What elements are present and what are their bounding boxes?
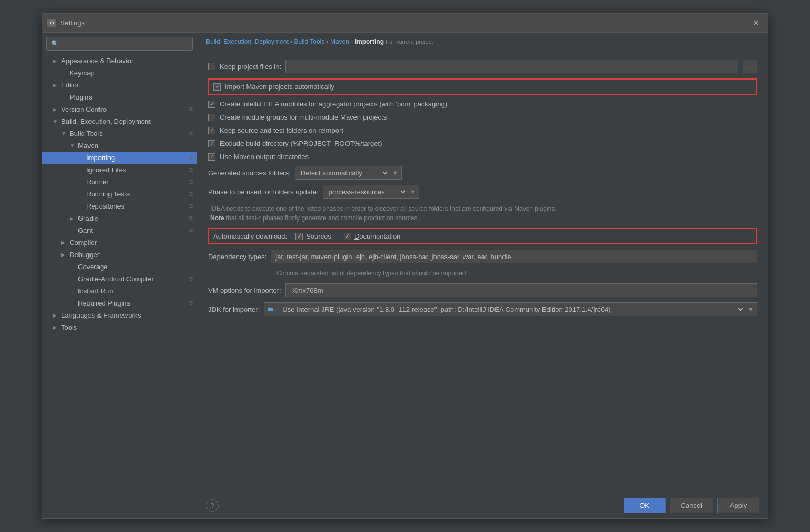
title-bar-left: ⚙ Settings bbox=[47, 19, 85, 27]
jdk-dropdown-arrow-icon: ▼ bbox=[745, 306, 757, 312]
sidebar-item-required-plugins[interactable]: Required Plugins ⧉ bbox=[42, 297, 197, 309]
sidebar-item-build-exec[interactable]: ▼ Build, Execution, Deployment bbox=[42, 115, 197, 127]
dependency-types-row: Dependency types: bbox=[208, 250, 757, 263]
vm-options-input[interactable] bbox=[285, 283, 757, 297]
sidebar-item-gradle[interactable]: ▶ Gradle ⧉ bbox=[42, 212, 197, 224]
copy-icon: ⧉ bbox=[189, 106, 193, 113]
jdk-select[interactable]: Use Internal JRE (java version "1.8.0_11… bbox=[277, 304, 745, 315]
sidebar-item-appearance[interactable]: ▶ Appearance & Behavior bbox=[42, 55, 197, 67]
sidebar-item-label: Build Tools bbox=[70, 130, 103, 137]
sidebar-item-label: Running Tests bbox=[86, 190, 130, 198]
vm-options-label: VM options for importer: bbox=[208, 287, 281, 294]
sidebar-item-label: Ignored Files bbox=[86, 166, 126, 174]
help-button[interactable]: ? bbox=[206, 499, 219, 512]
sidebar-item-maven[interactable]: ▼ Maven bbox=[42, 140, 197, 152]
copy-icon: ⧉ bbox=[189, 154, 193, 161]
phase-select[interactable]: process-resources generate-sources gener… bbox=[323, 186, 407, 198]
arrow-icon: ▶ bbox=[53, 58, 59, 64]
copy-icon: ⧉ bbox=[189, 179, 193, 185]
browse-button[interactable]: ... bbox=[743, 60, 757, 73]
sidebar-item-ignored-files[interactable]: Ignored Files ⧉ bbox=[42, 164, 197, 176]
breadcrumb-note: For current project bbox=[386, 38, 433, 45]
sidebar-item-coverage[interactable]: Coverage bbox=[42, 261, 197, 273]
breadcrumb: Build, Execution, Deployment › Build Too… bbox=[197, 33, 768, 51]
apply-button[interactable]: Apply bbox=[717, 498, 759, 513]
sidebar-item-label: Gant bbox=[78, 226, 93, 234]
dependency-types-input[interactable] bbox=[271, 250, 757, 263]
jdk-select-wrapper[interactable]: 🖿 Use Internal JRE (java version "1.8.0_… bbox=[264, 302, 757, 316]
sidebar-item-keymap[interactable]: Keymap bbox=[42, 67, 197, 79]
generated-sources-select-wrapper[interactable]: Detect automatically target/generated-so… bbox=[295, 166, 402, 180]
sidebar-item-label: Editor bbox=[61, 81, 79, 89]
sidebar-item-editor[interactable]: ▶ Editor bbox=[42, 79, 197, 91]
exclude-build-row: Exclude build directory (%PROJECT_ROOT%/… bbox=[208, 140, 757, 147]
cancel-button[interactable]: Cancel bbox=[670, 498, 713, 513]
breadcrumb-build-tools[interactable]: Build Tools bbox=[294, 38, 324, 45]
sidebar-item-debugger[interactable]: ▶ Debugger bbox=[42, 249, 197, 261]
settings-panel: Keep project files in: ... Import Maven … bbox=[197, 51, 768, 492]
dependency-types-label: Dependency types: bbox=[208, 253, 266, 261]
vm-options-row: VM options for importer: bbox=[208, 283, 757, 297]
sidebar-item-instant-run[interactable]: Instant Run bbox=[42, 285, 197, 297]
sidebar-item-tools[interactable]: ▶ Tools bbox=[42, 321, 197, 333]
create-module-groups-checkbox[interactable] bbox=[208, 114, 215, 121]
copy-icon: ⧉ bbox=[189, 300, 193, 307]
phase-label: Phase to be used for folders update: bbox=[208, 188, 319, 196]
copy-icon: ⧉ bbox=[189, 227, 193, 234]
sidebar-item-build-tools[interactable]: ▼ Build Tools ⧉ bbox=[42, 127, 197, 140]
sidebar-item-runner[interactable]: Runner ⧉ bbox=[42, 176, 197, 188]
close-button[interactable]: ✕ bbox=[749, 17, 763, 29]
arrow-icon: ▼ bbox=[61, 131, 67, 136]
copy-icon: ⧉ bbox=[189, 191, 193, 198]
auto-download-label: Automatically download: bbox=[213, 232, 287, 240]
breadcrumb-build[interactable]: Build, Execution, Deployment bbox=[206, 38, 289, 45]
sidebar-item-compiler[interactable]: ▶ Compiler bbox=[42, 237, 197, 249]
keep-source-checkbox[interactable] bbox=[208, 127, 215, 134]
use-maven-output-checkbox[interactable] bbox=[208, 153, 215, 161]
sidebar-item-repositories[interactable]: Repositories ⧉ bbox=[42, 200, 197, 212]
arrow-icon: ▶ bbox=[61, 252, 67, 258]
keep-project-files-label: Keep project files in: bbox=[220, 63, 281, 71]
documentation-dl-item: Documentation bbox=[344, 232, 400, 240]
documentation-label: Documentation bbox=[354, 232, 400, 240]
copy-icon: ⧉ bbox=[189, 166, 193, 173]
sidebar-item-label: Keymap bbox=[70, 69, 95, 77]
note-bold: Note bbox=[210, 214, 224, 222]
phase-select-wrapper[interactable]: process-resources generate-sources gener… bbox=[323, 185, 420, 199]
exclude-build-label: Exclude build directory (%PROJECT_ROOT%/… bbox=[220, 140, 382, 147]
sidebar-item-version-control[interactable]: ▶ Version Control ⧉ bbox=[42, 103, 197, 115]
breadcrumb-maven[interactable]: Maven bbox=[330, 38, 349, 45]
search-input[interactable] bbox=[62, 40, 188, 47]
copy-icon: ⧉ bbox=[189, 130, 193, 137]
dropdown-arrow-icon: ▼ bbox=[389, 170, 401, 176]
keep-source-row: Keep source and test folders on reimport bbox=[208, 126, 757, 134]
sidebar-item-gradle-android[interactable]: Gradle-Android Compiler ⧉ bbox=[42, 273, 197, 285]
jdk-row: JDK for importer: 🖿 Use Internal JRE (ja… bbox=[208, 302, 757, 316]
sidebar-item-gant[interactable]: Gant ⧉ bbox=[42, 224, 197, 237]
import-maven-checkbox[interactable] bbox=[213, 83, 221, 91]
arrow-icon: ▶ bbox=[61, 240, 67, 245]
sidebar-item-running-tests[interactable]: Running Tests ⧉ bbox=[42, 188, 197, 200]
sidebar-item-label: Instant Run bbox=[78, 287, 113, 295]
import-maven-row: Import Maven projects automatically bbox=[208, 78, 757, 95]
sidebar-item-label: Tools bbox=[61, 323, 77, 331]
info-line1: IDEA needs to execute one of the listed … bbox=[210, 205, 557, 212]
sidebar-item-languages[interactable]: ▶ Languages & Frameworks bbox=[42, 309, 197, 321]
keep-project-files-checkbox[interactable] bbox=[208, 63, 215, 70]
copy-icon: ⧉ bbox=[189, 203, 193, 210]
sidebar-item-label: Build, Execution, Deployment bbox=[61, 117, 151, 125]
sidebar-item-plugins[interactable]: Plugins bbox=[42, 91, 197, 103]
create-intellij-checkbox[interactable] bbox=[208, 101, 215, 108]
documentation-checkbox[interactable] bbox=[344, 233, 351, 240]
ok-button[interactable]: OK bbox=[624, 498, 666, 513]
exclude-build-checkbox[interactable] bbox=[208, 140, 215, 147]
sidebar-item-label: Languages & Frameworks bbox=[61, 311, 141, 319]
keep-project-files-input[interactable] bbox=[285, 60, 738, 73]
sources-checkbox[interactable] bbox=[295, 233, 303, 240]
sidebar-item-importing[interactable]: Importing ⧉ bbox=[42, 152, 197, 164]
generated-sources-select[interactable]: Detect automatically target/generated-so… bbox=[295, 168, 389, 179]
search-box[interactable]: 🔍 bbox=[46, 37, 193, 51]
jdk-label: JDK for importer: bbox=[208, 306, 260, 313]
create-intellij-label: Create IntelliJ IDEA modules for aggrega… bbox=[220, 100, 447, 108]
sidebar-item-label: Version Control bbox=[61, 105, 108, 113]
